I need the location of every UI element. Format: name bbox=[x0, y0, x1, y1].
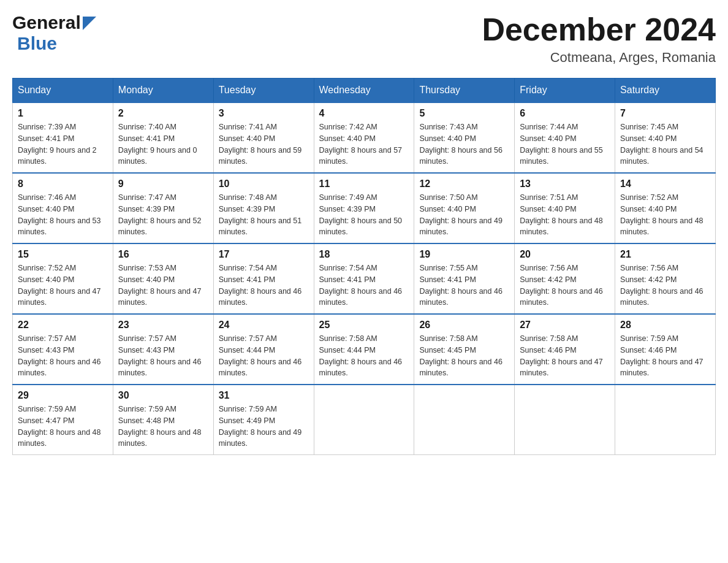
day-info: Sunrise: 7:58 AMSunset: 4:46 PMDaylight:… bbox=[520, 333, 610, 379]
calendar-cell: 26 Sunrise: 7:58 AMSunset: 4:45 PMDaylig… bbox=[414, 314, 515, 385]
day-number: 27 bbox=[520, 320, 610, 331]
day-number: 14 bbox=[620, 178, 710, 190]
day-number: 8 bbox=[18, 178, 108, 190]
calendar-cell: 3 Sunrise: 7:41 AMSunset: 4:40 PMDayligh… bbox=[213, 102, 314, 173]
calendar-cell: 18 Sunrise: 7:54 AMSunset: 4:41 PMDaylig… bbox=[314, 243, 414, 314]
calendar-cell bbox=[414, 385, 515, 455]
day-number: 1 bbox=[18, 108, 108, 119]
calendar-cell: 5 Sunrise: 7:43 AMSunset: 4:40 PMDayligh… bbox=[414, 102, 515, 173]
calendar-week-row: 8 Sunrise: 7:46 AMSunset: 4:40 PMDayligh… bbox=[13, 173, 716, 243]
calendar-cell: 14 Sunrise: 7:52 AMSunset: 4:40 PMDaylig… bbox=[615, 173, 716, 243]
day-number: 22 bbox=[18, 320, 108, 331]
day-info: Sunrise: 7:54 AMSunset: 4:41 PMDaylight:… bbox=[319, 262, 409, 308]
day-number: 15 bbox=[18, 249, 108, 260]
calendar-header-row: Sunday Monday Tuesday Wednesday Thursday… bbox=[13, 79, 716, 103]
day-info: Sunrise: 7:39 AMSunset: 4:41 PMDaylight:… bbox=[18, 121, 108, 167]
day-number: 9 bbox=[118, 178, 208, 190]
day-number: 23 bbox=[118, 320, 208, 331]
day-info: Sunrise: 7:42 AMSunset: 4:40 PMDaylight:… bbox=[319, 121, 409, 167]
day-info: Sunrise: 7:49 AMSunset: 4:39 PMDaylight:… bbox=[319, 192, 409, 238]
calendar-cell: 12 Sunrise: 7:50 AMSunset: 4:40 PMDaylig… bbox=[414, 173, 515, 243]
calendar-cell: 31 Sunrise: 7:59 AMSunset: 4:49 PMDaylig… bbox=[213, 385, 314, 455]
day-info: Sunrise: 7:41 AMSunset: 4:40 PMDaylight:… bbox=[219, 121, 309, 167]
day-info: Sunrise: 7:47 AMSunset: 4:39 PMDaylight:… bbox=[118, 192, 208, 238]
day-number: 26 bbox=[419, 320, 509, 331]
col-wednesday: Wednesday bbox=[314, 79, 414, 103]
calendar-cell: 11 Sunrise: 7:49 AMSunset: 4:39 PMDaylig… bbox=[314, 173, 414, 243]
day-number: 4 bbox=[319, 108, 409, 119]
day-info: Sunrise: 7:59 AMSunset: 4:47 PMDaylight:… bbox=[18, 404, 108, 450]
logo-general-text: General bbox=[12, 12, 81, 33]
calendar-cell: 29 Sunrise: 7:59 AMSunset: 4:47 PMDaylig… bbox=[13, 385, 113, 455]
svg-marker-0 bbox=[83, 17, 96, 30]
title-block: December 2024 Cotmeana, Arges, Romania bbox=[482, 12, 716, 66]
day-number: 25 bbox=[319, 320, 409, 331]
calendar-cell: 1 Sunrise: 7:39 AMSunset: 4:41 PMDayligh… bbox=[13, 102, 113, 173]
calendar-cell: 4 Sunrise: 7:42 AMSunset: 4:40 PMDayligh… bbox=[314, 102, 414, 173]
calendar-cell: 6 Sunrise: 7:44 AMSunset: 4:40 PMDayligh… bbox=[515, 102, 615, 173]
logo-blue-text: Blue bbox=[17, 33, 57, 54]
calendar-cell: 24 Sunrise: 7:57 AMSunset: 4:44 PMDaylig… bbox=[213, 314, 314, 385]
logo-arrow-icon bbox=[83, 17, 96, 33]
day-number: 21 bbox=[620, 249, 710, 260]
day-number: 6 bbox=[520, 108, 610, 119]
calendar-cell: 7 Sunrise: 7:45 AMSunset: 4:40 PMDayligh… bbox=[615, 102, 716, 173]
calendar-cell: 8 Sunrise: 7:46 AMSunset: 4:40 PMDayligh… bbox=[13, 173, 113, 243]
day-number: 20 bbox=[520, 249, 610, 260]
day-number: 10 bbox=[219, 178, 309, 190]
day-info: Sunrise: 7:52 AMSunset: 4:40 PMDaylight:… bbox=[18, 262, 108, 308]
day-info: Sunrise: 7:46 AMSunset: 4:40 PMDaylight:… bbox=[18, 192, 108, 238]
day-info: Sunrise: 7:59 AMSunset: 4:46 PMDaylight:… bbox=[620, 333, 710, 379]
day-info: Sunrise: 7:45 AMSunset: 4:40 PMDaylight:… bbox=[620, 121, 710, 167]
calendar-week-row: 29 Sunrise: 7:59 AMSunset: 4:47 PMDaylig… bbox=[13, 385, 716, 455]
day-number: 12 bbox=[419, 178, 509, 190]
calendar-week-row: 1 Sunrise: 7:39 AMSunset: 4:41 PMDayligh… bbox=[13, 102, 716, 173]
calendar-cell: 20 Sunrise: 7:56 AMSunset: 4:42 PMDaylig… bbox=[515, 243, 615, 314]
calendar-week-row: 22 Sunrise: 7:57 AMSunset: 4:43 PMDaylig… bbox=[13, 314, 716, 385]
day-info: Sunrise: 7:57 AMSunset: 4:43 PMDaylight:… bbox=[18, 333, 108, 379]
calendar-cell: 27 Sunrise: 7:58 AMSunset: 4:46 PMDaylig… bbox=[515, 314, 615, 385]
day-number: 19 bbox=[419, 249, 509, 260]
calendar-cell: 19 Sunrise: 7:55 AMSunset: 4:41 PMDaylig… bbox=[414, 243, 515, 314]
day-number: 16 bbox=[118, 249, 208, 260]
calendar-cell: 23 Sunrise: 7:57 AMSunset: 4:43 PMDaylig… bbox=[113, 314, 213, 385]
day-number: 5 bbox=[419, 108, 509, 119]
logo: General Blue bbox=[12, 12, 96, 54]
day-info: Sunrise: 7:53 AMSunset: 4:40 PMDaylight:… bbox=[118, 262, 208, 308]
calendar-table: Sunday Monday Tuesday Wednesday Thursday… bbox=[12, 78, 716, 455]
col-monday: Monday bbox=[113, 79, 213, 103]
day-info: Sunrise: 7:48 AMSunset: 4:39 PMDaylight:… bbox=[219, 192, 309, 238]
day-info: Sunrise: 7:57 AMSunset: 4:44 PMDaylight:… bbox=[219, 333, 309, 379]
calendar-cell: 9 Sunrise: 7:47 AMSunset: 4:39 PMDayligh… bbox=[113, 173, 213, 243]
day-number: 3 bbox=[219, 108, 309, 119]
day-info: Sunrise: 7:56 AMSunset: 4:42 PMDaylight:… bbox=[520, 262, 610, 308]
day-number: 31 bbox=[219, 390, 309, 401]
day-info: Sunrise: 7:56 AMSunset: 4:42 PMDaylight:… bbox=[620, 262, 710, 308]
day-info: Sunrise: 7:44 AMSunset: 4:40 PMDaylight:… bbox=[520, 121, 610, 167]
day-info: Sunrise: 7:59 AMSunset: 4:49 PMDaylight:… bbox=[219, 404, 309, 450]
day-info: Sunrise: 7:57 AMSunset: 4:43 PMDaylight:… bbox=[118, 333, 208, 379]
page-header: General Blue December 2024 Cotmeana, Arg… bbox=[12, 12, 716, 66]
day-number: 13 bbox=[520, 178, 610, 190]
day-info: Sunrise: 7:43 AMSunset: 4:40 PMDaylight:… bbox=[419, 121, 509, 167]
calendar-cell bbox=[515, 385, 615, 455]
day-info: Sunrise: 7:55 AMSunset: 4:41 PMDaylight:… bbox=[419, 262, 509, 308]
calendar-week-row: 15 Sunrise: 7:52 AMSunset: 4:40 PMDaylig… bbox=[13, 243, 716, 314]
col-saturday: Saturday bbox=[615, 79, 716, 103]
day-number: 18 bbox=[319, 249, 409, 260]
month-title: December 2024 bbox=[482, 12, 716, 47]
day-info: Sunrise: 7:58 AMSunset: 4:45 PMDaylight:… bbox=[419, 333, 509, 379]
day-number: 11 bbox=[319, 178, 409, 190]
day-info: Sunrise: 7:50 AMSunset: 4:40 PMDaylight:… bbox=[419, 192, 509, 238]
day-number: 28 bbox=[620, 320, 710, 331]
calendar-cell: 21 Sunrise: 7:56 AMSunset: 4:42 PMDaylig… bbox=[615, 243, 716, 314]
day-info: Sunrise: 7:58 AMSunset: 4:44 PMDaylight:… bbox=[319, 333, 409, 379]
calendar-cell: 22 Sunrise: 7:57 AMSunset: 4:43 PMDaylig… bbox=[13, 314, 113, 385]
calendar-cell: 28 Sunrise: 7:59 AMSunset: 4:46 PMDaylig… bbox=[615, 314, 716, 385]
day-number: 17 bbox=[219, 249, 309, 260]
calendar-cell: 17 Sunrise: 7:54 AMSunset: 4:41 PMDaylig… bbox=[213, 243, 314, 314]
day-info: Sunrise: 7:40 AMSunset: 4:41 PMDaylight:… bbox=[118, 121, 208, 167]
calendar-cell: 2 Sunrise: 7:40 AMSunset: 4:41 PMDayligh… bbox=[113, 102, 213, 173]
calendar-cell: 25 Sunrise: 7:58 AMSunset: 4:44 PMDaylig… bbox=[314, 314, 414, 385]
col-tuesday: Tuesday bbox=[213, 79, 314, 103]
